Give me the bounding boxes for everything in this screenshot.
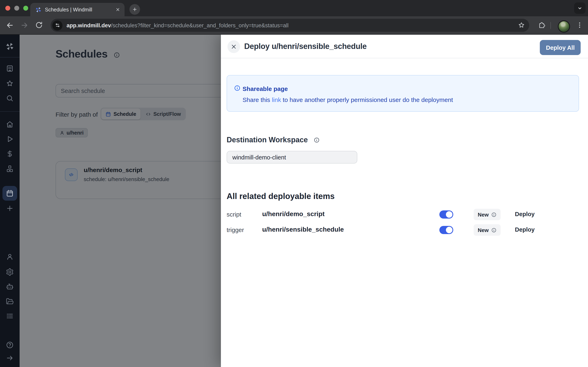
info-icon xyxy=(234,85,241,91)
bookmark-star-icon[interactable] xyxy=(518,22,525,29)
traffic-light-zoom[interactable] xyxy=(23,6,28,11)
infobox-link[interactable]: link xyxy=(272,96,281,103)
sidebar-divider xyxy=(0,57,20,58)
deploy-drawer: Deploy u/henri/sensible_schedule Deploy … xyxy=(221,35,588,367)
drawer-header-divider xyxy=(221,58,588,58)
browser-tab-strip: Schedules | Windmill xyxy=(0,0,588,16)
item-kind: script xyxy=(227,211,241,218)
sidebar-item-schedules-active[interactable] xyxy=(2,186,17,201)
item-path: u/henri/demo_script xyxy=(262,210,325,218)
sidebar-item-workspace[interactable] xyxy=(6,64,14,73)
browser-menu-kebab-icon[interactable] xyxy=(576,21,584,29)
back-button[interactable] xyxy=(6,21,14,29)
traffic-light-minimize[interactable] xyxy=(14,6,19,11)
item-status-text: New xyxy=(478,227,489,233)
sidebar-item-plus-icon[interactable] xyxy=(6,204,14,212)
item-enabled-toggle[interactable] xyxy=(439,226,453,234)
item-deploy-button[interactable]: Deploy xyxy=(515,226,535,233)
tab-search-chevron-button[interactable] xyxy=(574,2,586,14)
sidebar-item-resources-boxes-icon[interactable] xyxy=(6,165,14,173)
destination-workspace-label: Destination Workspace xyxy=(227,136,308,144)
shareable-page-infobox: Shareable page Share this link to have a… xyxy=(227,75,579,112)
url-text: app.windmill.dev/schedules?filter_kind=s… xyxy=(67,22,518,28)
sidebar-item-logs-list-icon[interactable] xyxy=(6,312,14,320)
browser-tab[interactable]: Schedules | Windmill xyxy=(30,3,125,16)
item-path: u/henri/sensible_schedule xyxy=(262,226,344,233)
site-settings-icon[interactable] xyxy=(52,20,62,30)
url-bar[interactable]: app.windmill.dev/schedules?filter_kind=s… xyxy=(51,19,529,32)
item-status-badge: New xyxy=(474,209,501,220)
sidebar-item-search-icon[interactable] xyxy=(6,94,14,102)
url-path: /schedules?filter_kind=schedule&user_and… xyxy=(111,22,289,28)
infobox-body-prefix: Share this xyxy=(242,96,272,103)
sidebar-item-settings-gear-icon[interactable] xyxy=(6,268,14,276)
infobox-body: Share this link to have another properly… xyxy=(242,96,453,103)
sidebar-item-help-icon[interactable] xyxy=(6,341,14,349)
screen: Schedules | Windmill app.windmill.dev/sc… xyxy=(0,0,588,367)
sidebar-item-folders-icon[interactable] xyxy=(6,297,14,305)
app-body: Schedules Filter by path of Schedule Scr… xyxy=(0,35,588,367)
deployable-item-row: trigger u/henri/sensible_schedule New De… xyxy=(227,223,579,237)
item-deploy-button[interactable]: Deploy xyxy=(515,211,535,217)
tab-title: Schedules | Windmill xyxy=(45,7,111,12)
drawer-title: Deploy u/henri/sensible_schedule xyxy=(244,42,367,51)
reload-button[interactable] xyxy=(35,21,43,29)
traffic-light-close[interactable] xyxy=(5,6,10,11)
infobox-title: Shareable page xyxy=(242,85,288,92)
sidebar-item-favorites-star-icon[interactable] xyxy=(6,80,14,88)
deployable-item-row: script u/henri/demo_script New Deploy xyxy=(227,208,579,221)
item-kind: trigger xyxy=(227,226,244,233)
sidebar-item-home-icon[interactable] xyxy=(6,120,14,128)
tab-close-icon[interactable] xyxy=(114,6,121,13)
sidebar-expand-arrow-icon[interactable] xyxy=(6,354,14,362)
url-domain: app.windmill.dev xyxy=(67,22,111,28)
windmill-logo[interactable] xyxy=(5,42,14,51)
profile-avatar[interactable] xyxy=(558,20,570,33)
item-enabled-toggle[interactable] xyxy=(439,210,453,218)
deploy-all-button[interactable]: Deploy All xyxy=(540,40,581,55)
sidebar-divider xyxy=(0,111,20,112)
extensions-icon[interactable] xyxy=(538,21,546,29)
forward-button[interactable] xyxy=(20,21,29,29)
destination-workspace-input[interactable] xyxy=(227,151,357,164)
toolbar-divider xyxy=(550,22,551,29)
destination-info-icon[interactable] xyxy=(314,137,320,143)
new-tab-button[interactable] xyxy=(130,4,140,15)
windmill-favicon xyxy=(35,6,42,13)
deployable-items-heading: All related deployable items xyxy=(227,192,335,201)
item-status-text: New xyxy=(478,211,489,217)
status-info-icon[interactable] xyxy=(491,227,496,233)
sidebar-item-runs-play-icon[interactable] xyxy=(6,135,14,143)
status-info-icon[interactable] xyxy=(491,212,496,217)
sidebar-item-workers-bot-icon[interactable] xyxy=(6,283,14,291)
drawer-close-button[interactable] xyxy=(227,40,240,53)
infobox-body-suffix: to have another properly permissioned us… xyxy=(281,96,453,103)
app-sidebar xyxy=(0,35,20,367)
item-status-badge: New xyxy=(474,224,501,236)
sidebar-item-variables-dollar-icon[interactable] xyxy=(6,150,14,158)
sidebar-item-users-icon[interactable] xyxy=(6,253,14,261)
